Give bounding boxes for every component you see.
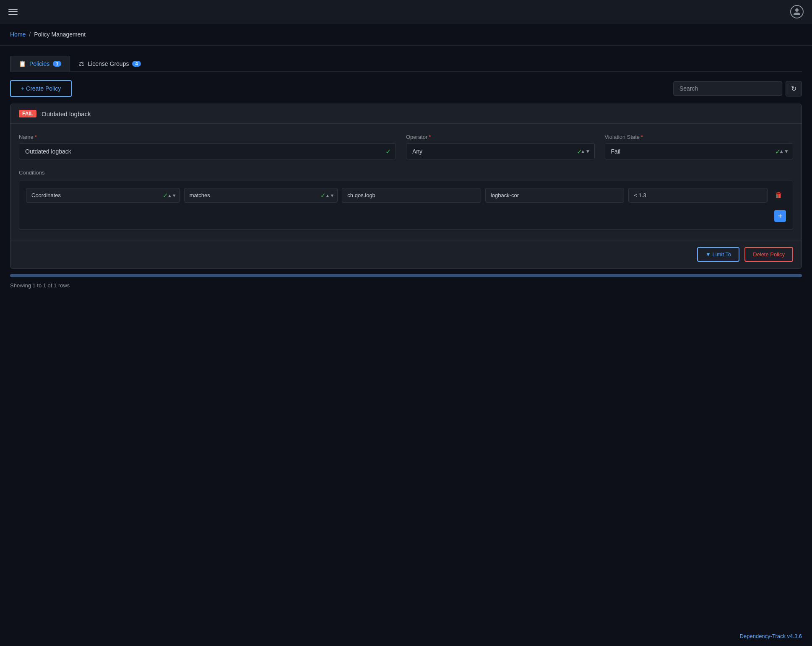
policies-tab-badge: 1	[53, 61, 61, 67]
conditions-label: Conditions	[19, 169, 793, 176]
policy-form-row: Name* ✓ Operator* Any All	[19, 134, 793, 159]
app-footer: Dependency-Track v4.3.6	[740, 633, 802, 639]
policy-body: Name* ✓ Operator* Any All	[10, 124, 802, 240]
operator-chevron-icon: ▲▼	[580, 148, 591, 154]
plus-icon: +	[778, 212, 783, 221]
refresh-icon: ↻	[791, 85, 796, 93]
app-name: Dependency-Track	[740, 633, 786, 639]
policy-card: FAIL Outdated logback Name* ✓	[10, 104, 802, 269]
user-avatar-icon[interactable]	[790, 5, 804, 18]
hamburger-menu-icon[interactable]	[8, 9, 18, 15]
license-groups-tab-label: License Groups	[88, 60, 129, 67]
condition-value3-input[interactable]	[628, 188, 768, 203]
operator-field-group: Operator* Any All ✓ ▲▼	[406, 134, 595, 159]
policies-tab-label: Policies	[29, 60, 49, 67]
add-condition-button[interactable]: +	[774, 210, 786, 222]
name-field-group: Name* ✓	[19, 134, 396, 159]
name-input-wrapper: ✓	[19, 143, 396, 159]
condition-operator-chevron-icon: ▲▼	[325, 193, 335, 198]
delete-policy-label: Delete Policy	[753, 251, 785, 258]
policies-tab-icon: 📋	[19, 60, 26, 67]
condition-row: Coordinates Package URL CPE SWID Tag ID …	[26, 188, 786, 203]
operator-select[interactable]: Any All	[406, 143, 595, 159]
name-check-icon: ✓	[385, 148, 391, 156]
violation-required-star: *	[641, 134, 643, 140]
pagination-bar-fill	[10, 274, 802, 277]
create-policy-label: + Create Policy	[21, 85, 61, 92]
operator-select-wrapper: Any All ✓ ▲▼	[406, 143, 595, 159]
operator-label: Operator*	[406, 134, 595, 140]
name-label: Name*	[19, 134, 396, 140]
refresh-button[interactable]: ↻	[786, 81, 802, 96]
condition-operator-wrapper: matches no match is is not contains ✓ ▲▼	[184, 188, 338, 203]
violation-state-select[interactable]: Fail Warn Info	[605, 143, 794, 159]
condition-operator-select[interactable]: matches no match is is not contains	[184, 188, 338, 203]
add-condition-row: +	[26, 207, 786, 223]
delete-condition-button[interactable]: 🗑	[772, 189, 786, 201]
condition-subject-chevron-icon: ▲▼	[167, 193, 177, 198]
action-row: ▼ Limit To Delete Policy	[10, 240, 802, 268]
main-content: 📋 Policies 1 ⚖ License Groups 4 + Create…	[0, 46, 812, 299]
tab-license-groups[interactable]: ⚖ License Groups 4	[70, 56, 149, 71]
conditions-inner: Coordinates Package URL CPE SWID Tag ID …	[19, 181, 793, 230]
condition-value1-input[interactable]	[342, 188, 481, 203]
policy-name-title: Outdated logback	[42, 110, 91, 117]
search-input[interactable]	[673, 81, 782, 96]
breadcrumb-separator: /	[29, 31, 31, 38]
showing-rows-text: Showing 1 to 1 of 1 rows	[10, 282, 802, 289]
license-groups-tab-badge: 4	[132, 61, 141, 67]
top-navigation	[0, 0, 812, 23]
violation-state-label: Violation State*	[605, 134, 794, 140]
violation-state-field-group: Violation State* Fail Warn Info ✓ ▲▼	[605, 134, 794, 159]
tab-policies[interactable]: 📋 Policies 1	[10, 56, 70, 71]
delete-policy-button[interactable]: Delete Policy	[744, 247, 793, 262]
fail-badge: FAIL	[19, 110, 36, 117]
violation-chevron-icon: ▲▼	[779, 148, 789, 154]
breadcrumb: Home / Policy Management	[0, 23, 812, 46]
name-input[interactable]	[19, 143, 396, 159]
condition-subject-select[interactable]: Coordinates Package URL CPE SWID Tag ID …	[26, 188, 180, 203]
search-area: ↻	[673, 81, 802, 96]
breadcrumb-home-link[interactable]: Home	[10, 31, 26, 38]
limit-to-button[interactable]: ▼ Limit To	[697, 247, 739, 262]
operator-required-star: *	[429, 134, 431, 140]
trash-icon: 🗑	[775, 191, 783, 200]
tabs-container: 📋 Policies 1 ⚖ License Groups 4	[10, 56, 802, 72]
breadcrumb-current: Policy Management	[34, 31, 86, 38]
conditions-section: Conditions Coordinates Package URL CPE S…	[19, 169, 793, 230]
license-groups-tab-icon: ⚖	[79, 60, 84, 67]
app-version: v4.3.6	[787, 633, 802, 639]
policy-header: FAIL Outdated logback	[10, 104, 802, 124]
toolbar: + Create Policy ↻	[10, 80, 802, 97]
name-required-star: *	[35, 134, 37, 140]
condition-subject-wrapper: Coordinates Package URL CPE SWID Tag ID …	[26, 188, 180, 203]
limit-to-label: ▼ Limit To	[705, 251, 731, 258]
condition-value2-input[interactable]	[485, 188, 625, 203]
pagination-bar	[10, 274, 802, 277]
violation-select-wrapper: Fail Warn Info ✓ ▲▼	[605, 143, 794, 159]
create-policy-button[interactable]: + Create Policy	[10, 80, 72, 97]
